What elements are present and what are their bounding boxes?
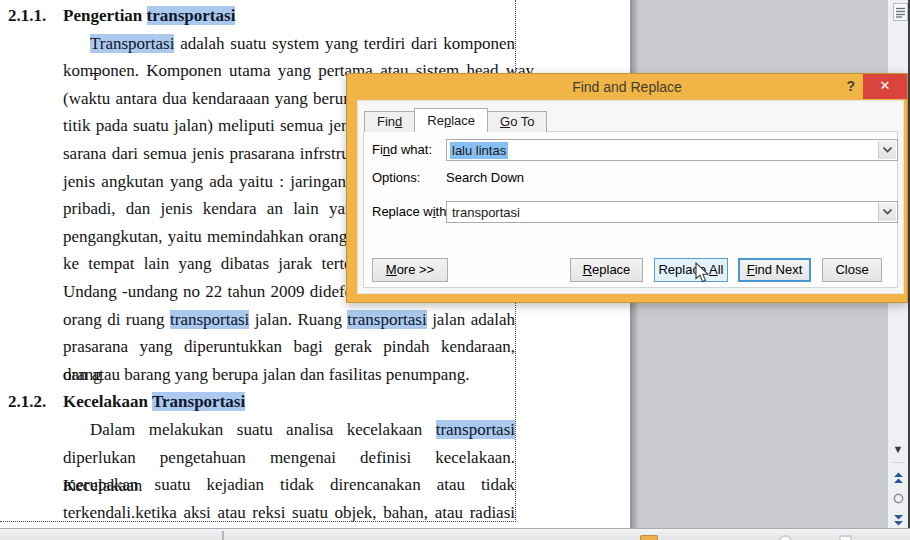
dialog-titlebar[interactable]: Find and Replace ? ✕ [347, 74, 907, 100]
find-what-input[interactable]: lalu lintas [446, 139, 898, 161]
find-what-value: lalu lintas [450, 142, 508, 159]
replace-tab-page: Find what: lalu lintas Options: Search D… [363, 131, 898, 288]
options-label: Options: [372, 170, 420, 185]
chevron-down-icon[interactable] [878, 141, 896, 159]
close-dialog-button[interactable]: Close [822, 258, 882, 282]
taskbar-app-icon[interactable] [640, 535, 658, 540]
options-value: Search Down [446, 170, 524, 185]
replace-with-label: Replace with: [372, 204, 450, 219]
document-line: pribadi, dan jenis kendara an lain yang [63, 195, 362, 223]
scroll-down-icon[interactable]: ▼ [888, 440, 908, 458]
document-line: Dalam melakukan suatu analisa kecelakaan… [90, 416, 515, 444]
taskbar-divider [222, 531, 224, 540]
taskbar[interactable] [0, 528, 910, 540]
found-text-highlight: Transportasi [90, 34, 174, 53]
close-button[interactable]: ✕ [863, 74, 907, 99]
screen: 2.1.1.Pengertian transportasiTransportas… [0, 0, 910, 540]
document-line: terkendali.ketika aksi atau reksi suatu … [63, 499, 515, 527]
dialog-title: Find and Replace [347, 74, 907, 100]
document-line: orang di ruang transportasi jalan. Ruang… [63, 306, 515, 334]
document-heading-line: 2.1.1.Pengertian transportasi [63, 2, 235, 30]
text-boundary-horizontal [0, 521, 516, 522]
chevron-down-icon[interactable] [878, 203, 896, 221]
document-line: titik pada suatu jalan) meliputi semua j… [63, 112, 375, 140]
more-button[interactable]: More >> [372, 258, 448, 282]
previous-page-icon[interactable] [888, 468, 908, 486]
replace-all-button[interactable]: Replace All [654, 258, 728, 282]
help-icon[interactable]: ? [846, 74, 855, 98]
document-line: dan atau barang yang berupa jalan dan fa… [63, 361, 515, 389]
find-replace-dialog: Find and Replace ? ✕ Find Replace Go To … [346, 73, 908, 303]
document-line: sarana dari semua jenis prasarana infrst… [63, 140, 363, 168]
heading-number: 2.1.2. [8, 388, 46, 416]
found-text-highlight: transportasi [170, 310, 249, 329]
find-what-label: Find what: [372, 142, 432, 157]
tab-find[interactable]: Find [364, 111, 415, 132]
document-line: jenis angkutan yang ada yaitu : jaringan… [63, 168, 365, 196]
select-browse-object-icon[interactable] [888, 489, 908, 507]
scrollbar-separator [891, 462, 905, 463]
found-text-highlight: transportasi [436, 420, 515, 439]
document-line: (waktu antara dua kendaraaan yang beruru… [63, 85, 362, 113]
document-line: Undang -undang no 22 tahun 2009 didefeni [63, 278, 366, 306]
dialog-tabs: Find Replace Go To [364, 108, 546, 132]
replace-button[interactable]: Replace [570, 258, 643, 282]
ruler-toggle-icon[interactable] [893, 3, 908, 21]
document-line: ke tempat lain yang dibatas jarak terte [63, 250, 352, 278]
find-next-button[interactable]: Find Next [738, 258, 811, 282]
close-icon: ✕ [880, 78, 891, 93]
document-line: merupakan suatu kejadian tidak direncana… [63, 471, 515, 499]
document-line: Transportasi adalah suatu system yang te… [90, 30, 515, 58]
document-line: pengangkutan, yaitu memindahkan orang at… [63, 223, 372, 251]
document-heading-line: 2.1.2.Kecelakaan Transportasi [63, 388, 245, 416]
mouse-cursor-icon [695, 262, 710, 288]
document-line: prasarana yang diperuntukkan bagi gerak … [63, 333, 515, 361]
document-line: diperlukan pengetahuan mengenai definisi… [63, 444, 515, 472]
taskbar-app-icon[interactable] [839, 535, 852, 540]
taskbar-app-icon[interactable] [779, 535, 792, 540]
found-text-highlight: Transportasi [152, 392, 245, 411]
dialog-content: Find Replace Go To Find what: lalu linta… [357, 100, 904, 294]
tab-goto[interactable]: Go To [487, 111, 547, 132]
heading-number: 2.1.1. [8, 2, 46, 30]
replace-with-value: transportasi [450, 204, 522, 221]
replace-with-input[interactable]: transportasi [446, 201, 898, 223]
found-text-highlight: transportasi [147, 6, 236, 25]
tab-replace[interactable]: Replace [414, 108, 488, 132]
next-page-icon[interactable] [888, 511, 908, 529]
found-text-highlight: transportasi [347, 310, 426, 329]
